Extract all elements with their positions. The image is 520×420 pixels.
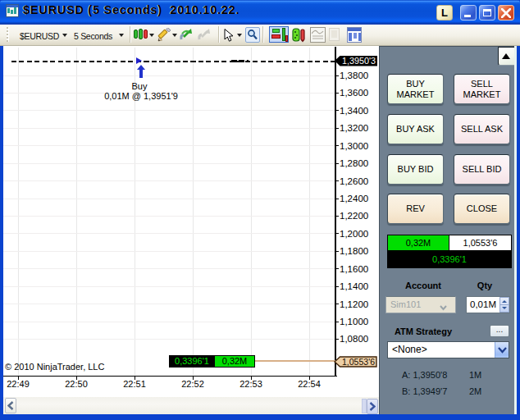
svg-text:1,3950'3: 1,3950'3 (342, 56, 376, 66)
svg-text:1,0553'6: 1,0553'6 (342, 357, 375, 367)
